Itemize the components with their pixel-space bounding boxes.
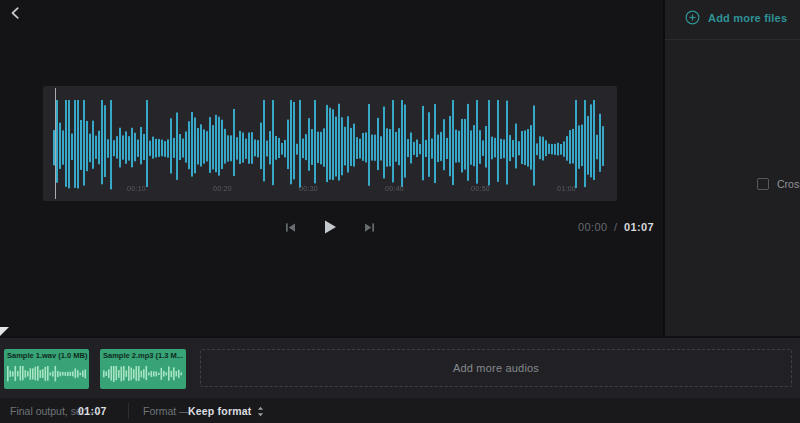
back-button[interactable] — [6, 4, 26, 24]
time-tick: 00:50 — [471, 185, 490, 192]
add-more-files-label: Add more files — [708, 12, 787, 24]
skip-to-end-button[interactable] — [364, 222, 375, 233]
format-select[interactable]: Keep format — [188, 401, 264, 421]
add-more-files-button[interactable]: Add more files — [685, 10, 787, 25]
playhead[interactable] — [55, 88, 56, 199]
format-label: Format — — [143, 405, 190, 417]
chevron-left-icon — [9, 6, 23, 20]
current-time: 00:00 — [578, 221, 608, 233]
sidebar-header: Add more files — [665, 0, 800, 40]
crossfade-option: Crossfade — [757, 178, 800, 190]
audio-waveform — [53, 92, 605, 195]
play-icon — [322, 219, 338, 235]
waveform-panel[interactable]: 00:10 00:20 00:30 00:40 00:50 01:00 — [43, 86, 617, 201]
track-strip: Sample 1.wav (1.0 MB) Sample 2.mp3 (1.3 … — [0, 336, 800, 397]
audio-clip-sample-2[interactable]: Sample 2.mp3 (1.3 M... — [100, 349, 186, 389]
final-output-value: 01:07 — [78, 405, 107, 417]
time-tick: 00:10 — [127, 185, 146, 192]
skip-to-start-icon — [285, 222, 296, 233]
sidebar: Add more files Crossfade — [663, 0, 800, 336]
skip-to-end-icon — [364, 222, 375, 233]
skip-to-start-button[interactable] — [285, 222, 296, 233]
plus-circle-icon — [685, 10, 700, 25]
clip-label: Sample 2.mp3 (1.3 M... — [100, 349, 186, 360]
total-time: 01:07 — [624, 221, 654, 233]
corner-triangle-icon — [0, 327, 9, 336]
time-display: 00:00 / 01:07 — [578, 221, 654, 233]
time-tick: 00:40 — [385, 185, 404, 192]
clip-label: Sample 1.wav (1.0 MB) — [4, 349, 89, 360]
up-down-arrows-icon — [257, 406, 264, 417]
crossfade-label: Crossfade — [777, 178, 800, 190]
time-tick: 00:20 — [213, 185, 232, 192]
add-more-audios-button[interactable]: Add more audios — [200, 349, 792, 387]
time-tick: 00:30 — [299, 185, 318, 192]
clip-waveform — [103, 364, 182, 384]
audio-clip-sample-1[interactable]: Sample 1.wav (1.0 MB) — [4, 349, 89, 389]
footer-bar: Final output, sec — 01:07 Format — Keep … — [0, 397, 800, 423]
transport-controls — [43, 213, 617, 241]
play-button[interactable] — [322, 219, 338, 235]
crossfade-checkbox[interactable] — [757, 178, 769, 190]
audio-joiner-app: 00:10 00:20 00:30 00:40 00:50 01:00 00: — [0, 0, 800, 423]
format-value: Keep format — [188, 405, 251, 417]
clip-waveform — [7, 364, 86, 384]
footer-divider — [128, 403, 129, 419]
time-separator: / — [614, 221, 617, 233]
time-tick: 01:00 — [557, 185, 576, 192]
